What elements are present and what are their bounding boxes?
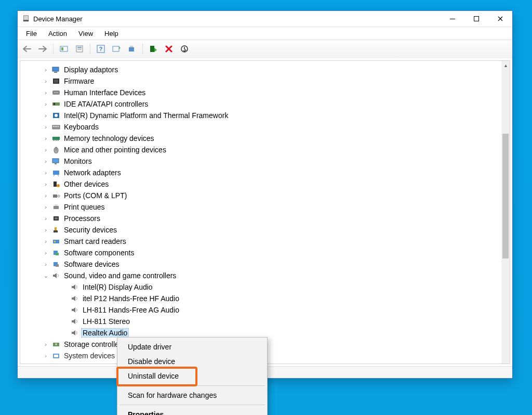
chevron-right-icon[interactable]: › <box>42 78 49 84</box>
close-button[interactable] <box>488 11 512 27</box>
help-button[interactable]: ? <box>95 43 107 55</box>
chevron-right-icon[interactable]: › <box>42 204 49 210</box>
chevron-right-icon[interactable]: › <box>42 147 49 153</box>
tree-node[interactable]: ›IDE ATA/ATAPI controllers <box>29 98 501 110</box>
tree-node[interactable]: ›Software devices <box>29 258 501 270</box>
tree-node-label: Display adaptors <box>63 66 119 74</box>
context-menu-item[interactable]: Properties <box>118 407 266 415</box>
chevron-right-icon[interactable]: › <box>42 170 49 176</box>
tree-node[interactable]: ›Security devices <box>29 224 501 236</box>
chevron-right-icon[interactable]: › <box>42 192 49 199</box>
chevron-right-icon[interactable]: › <box>42 215 49 222</box>
vertical-scrollbar[interactable]: ▴ <box>501 61 510 364</box>
tree-node[interactable]: ›Intel(R) Dynamic Platform and Thermal F… <box>29 110 501 121</box>
tree-node-label: Ports (COM & LPT) <box>63 191 128 200</box>
tree-node[interactable]: ›Firmware <box>29 75 501 87</box>
menu-file[interactable]: File <box>21 29 42 38</box>
svg-rect-58 <box>56 253 59 255</box>
tree-node[interactable]: ›Display adaptors <box>29 64 501 75</box>
context-menu-item[interactable]: Update driver <box>118 340 266 354</box>
svg-point-48 <box>58 195 60 197</box>
chevron-right-icon[interactable]: › <box>42 353 49 359</box>
tree-node-label: Firmware <box>63 77 95 85</box>
other-icon: ! <box>51 180 61 188</box>
sw-dev-icon <box>51 260 61 268</box>
chevron-right-icon[interactable]: › <box>42 101 49 107</box>
tree-node[interactable]: LH-811 Hands-Free AG Audio <box>47 304 501 316</box>
tree-node[interactable]: ›Keyboards <box>29 121 501 133</box>
context-menu-separator <box>119 385 265 386</box>
enable-device-button[interactable] <box>147 43 159 55</box>
context-menu-item[interactable]: Disable device <box>118 354 266 369</box>
minimize-button[interactable] <box>441 11 464 27</box>
disable-device-button[interactable] <box>178 43 191 55</box>
mouse-icon <box>51 146 61 154</box>
tree-node[interactable]: ›Memory technology devices <box>29 133 501 144</box>
menu-help[interactable]: Help <box>99 29 124 38</box>
tree-node[interactable]: ›Network adapters <box>29 167 501 178</box>
chevron-right-icon[interactable]: › <box>42 124 49 130</box>
context-menu-item[interactable]: Uninstall device <box>118 369 266 383</box>
tree-node[interactable]: ›Software components <box>29 247 501 258</box>
svg-point-22 <box>54 92 55 93</box>
chevron-right-icon[interactable]: › <box>42 181 49 187</box>
tree-node[interactable]: ›Smart card readers <box>29 236 501 247</box>
tree-node[interactable]: itel P12 Hands-Free HF Audio <box>47 293 501 304</box>
svg-rect-34 <box>52 137 60 140</box>
svg-rect-38 <box>58 140 59 141</box>
tree-node-label: LH-811 Hands-Free AG Audio <box>82 306 180 314</box>
tree-node[interactable]: LH-811 Stereo <box>47 316 501 327</box>
chevron-right-icon[interactable]: › <box>42 67 49 73</box>
context-menu-item[interactable]: Scan for hardware changes <box>118 388 266 403</box>
chevron-right-icon[interactable]: › <box>42 135 49 141</box>
app-icon <box>22 15 30 23</box>
tree-node-label: Mice and other pointing devices <box>63 146 167 154</box>
chevron-right-icon[interactable]: › <box>42 112 49 119</box>
scan-hardware-button[interactable] <box>110 43 123 55</box>
tree-node[interactable]: ›Human Interface Devices <box>29 87 501 98</box>
svg-rect-26 <box>54 103 55 105</box>
chevron-right-icon[interactable]: › <box>42 341 49 347</box>
uninstall-device-button[interactable] <box>163 43 175 55</box>
scroll-up-arrow[interactable]: ▴ <box>501 61 510 69</box>
chevron-right-icon[interactable]: › <box>42 89 49 96</box>
svg-text:!: ! <box>58 184 58 187</box>
svg-rect-31 <box>55 126 56 127</box>
forward-button[interactable] <box>36 43 49 55</box>
chevron-down-icon[interactable]: ⌄ <box>42 273 49 279</box>
menubar: File Action View Help <box>18 27 512 40</box>
tree-node[interactable]: Intel(R) Display Audio <box>47 281 501 293</box>
svg-rect-18 <box>54 72 57 73</box>
tree-node[interactable]: ›!Other devices <box>29 178 501 190</box>
tree-node[interactable]: ›Monitors <box>29 155 501 167</box>
device-icon <box>70 329 79 337</box>
tree-node[interactable]: ›Processors <box>29 213 501 224</box>
chevron-right-icon[interactable]: › <box>42 227 49 233</box>
update-driver-button[interactable] <box>126 43 138 55</box>
maximize-button[interactable] <box>464 11 488 27</box>
menu-action[interactable]: Action <box>43 29 72 38</box>
tree-node[interactable]: Realtek Audio <box>47 327 501 339</box>
svg-rect-32 <box>56 126 57 127</box>
system-icon <box>51 352 61 360</box>
tree-node[interactable]: ›Ports (COM & LPT) <box>29 190 501 201</box>
chevron-right-icon[interactable]: › <box>42 261 49 267</box>
firmware-icon <box>51 77 61 85</box>
printer-icon <box>51 203 61 211</box>
scroll-thumb[interactable] <box>502 134 509 258</box>
chevron-right-icon[interactable]: › <box>42 238 49 244</box>
tree-node[interactable]: ⌄Sound, video and game controllers <box>29 270 501 281</box>
show-hidden-button[interactable] <box>58 43 70 55</box>
tree-node[interactable]: ›Print queues <box>29 201 501 213</box>
chevron-right-icon[interactable]: › <box>42 158 49 164</box>
properties-button[interactable] <box>73 43 86 55</box>
svg-rect-44 <box>54 181 57 187</box>
tree-node-label: Memory technology devices <box>63 134 155 142</box>
tree-node[interactable]: ›Mice and other pointing devices <box>29 144 501 155</box>
tree-node-label: Intel(R) Dynamic Platform and Thermal Fr… <box>63 111 229 120</box>
svg-rect-60 <box>56 264 59 267</box>
chevron-right-icon[interactable]: › <box>42 250 49 256</box>
menu-view[interactable]: View <box>73 29 98 38</box>
back-button[interactable] <box>21 43 33 55</box>
svg-rect-49 <box>54 206 59 209</box>
